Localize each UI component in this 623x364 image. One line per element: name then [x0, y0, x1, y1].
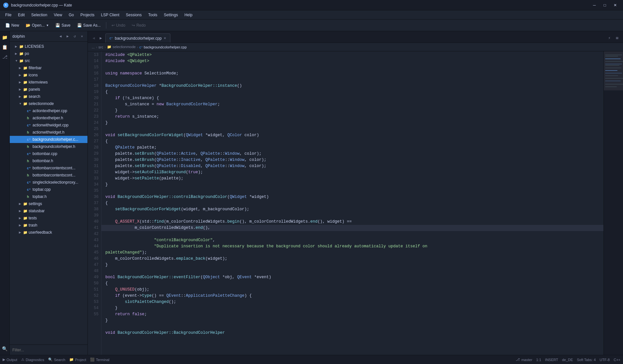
- minimap: [603, 51, 623, 355]
- tab-lightning-icon[interactable]: ⚡: [606, 35, 613, 41]
- tabs-label: Soft Tabs: 4: [577, 358, 596, 362]
- status-mode[interactable]: INSERT: [545, 358, 558, 362]
- tree-item-topbar-cpp[interactable]: c⁺ topbar.cpp: [10, 186, 87, 193]
- sidebar-icon-filetree[interactable]: 📁: [1, 34, 8, 41]
- open-label: Open...: [32, 23, 45, 28]
- filetree-refresh[interactable]: ↺: [72, 33, 78, 39]
- tree-item-tests[interactable]: ▶ 📁 tests: [10, 214, 87, 222]
- filetree-filter: [10, 344, 87, 355]
- open-button[interactable]: 📂 Open... ▼: [23, 22, 51, 29]
- arrow-icon: ▶: [19, 216, 22, 220]
- statusbar: ▶ Output ⚠ Diagnostics 🔍 Search 📁 Projec…: [0, 355, 623, 364]
- tab-backgroundcolorhelper[interactable]: c⁺ backgroundcolorhelper.cpp ✕: [105, 33, 170, 43]
- status-locale[interactable]: de_DE: [562, 358, 573, 362]
- tree-item-actionwithwidget-cpp[interactable]: c⁺ actionwithwidget.cpp: [10, 122, 87, 129]
- save-as-button[interactable]: 💾 Save As...: [74, 22, 103, 29]
- filetree-nav-next[interactable]: ▶: [65, 33, 71, 39]
- filetree-nav-prev[interactable]: ◀: [58, 33, 63, 39]
- output-icon: ▶: [3, 358, 5, 362]
- menu-sessions[interactable]: Sessions: [123, 12, 144, 18]
- tree-item-search[interactable]: ▶ 📁 search: [10, 93, 87, 100]
- sidebar-icon-search[interactable]: 🔍: [1, 345, 8, 352]
- tree-item-src[interactable]: ▼ 📁 src: [10, 57, 87, 64]
- tree-item-filterbar[interactable]: ▶ 📁 filterbar: [10, 64, 87, 72]
- status-encoding[interactable]: UTF-8: [600, 358, 610, 362]
- filter-input[interactable]: [12, 348, 85, 352]
- menu-lsp[interactable]: LSP Client: [99, 12, 122, 18]
- undo-button[interactable]: ↩ Undo: [109, 22, 128, 29]
- nav-prev[interactable]: ◀: [90, 35, 97, 41]
- menu-tools[interactable]: Tools: [146, 12, 160, 18]
- tree-item-bottombarcontents-cpp[interactable]: c⁺ bottombarcontentscont...: [10, 164, 87, 172]
- status-branch[interactable]: ⎇ master: [516, 358, 532, 362]
- menu-projects[interactable]: Projects: [78, 12, 97, 18]
- tree-item-label: backgroundcolorhelper.h: [33, 144, 75, 149]
- tree-item-statusbar[interactable]: ▶ 📁 statusbar: [10, 207, 87, 214]
- tree-item-trash[interactable]: ▶ 📁 trash: [10, 222, 87, 229]
- tree-item-icons[interactable]: ▶ 📁 icons: [10, 72, 87, 79]
- tree-item-bottombarcontents-h[interactable]: h bottombarcontentscont...: [10, 172, 87, 179]
- status-terminal[interactable]: ⬛ Terminal: [90, 358, 110, 362]
- tree-item-bottombar-cpp[interactable]: c⁺ bottombar.cpp: [10, 150, 87, 157]
- tree-item-topbar-h[interactable]: h topbar.h: [10, 193, 87, 200]
- redo-icon: ↪: [132, 23, 135, 28]
- tree-item-po[interactable]: ▶ 📁 po: [10, 50, 87, 57]
- status-tabs[interactable]: Soft Tabs: 4: [577, 358, 596, 362]
- menu-help[interactable]: Help: [182, 12, 195, 18]
- tree-item-actiontexthelper-cpp[interactable]: c⁺ actiontexthelper.cpp: [10, 107, 87, 114]
- nav-next[interactable]: ▶: [98, 35, 104, 41]
- undo-icon: ↩: [112, 23, 115, 28]
- redo-button[interactable]: ↪ Redo: [129, 22, 148, 29]
- breadcrumb-ellipsis[interactable]: ...: [92, 45, 95, 49]
- maximize-button[interactable]: □: [600, 2, 609, 8]
- code-content[interactable]: #include <QPalette> #include <QWidget> u…: [101, 51, 603, 355]
- minimize-button[interactable]: ─: [590, 2, 599, 8]
- status-search[interactable]: 🔍 Search: [48, 358, 65, 362]
- tree-item-selectionmode[interactable]: ▼ 📁 selectionmode: [10, 100, 87, 107]
- tab-layout-icon[interactable]: ⊞: [614, 35, 620, 41]
- titlebar-controls: ─ □ ✕: [590, 2, 620, 8]
- breadcrumb-selectionmode[interactable]: 📁 selectionmode: [107, 45, 136, 49]
- breadcrumb-filename[interactable]: c⁺ backgroundcolorhelper.cpp: [139, 45, 187, 49]
- sidebar-icon-git[interactable]: ⎇: [1, 53, 8, 60]
- breadcrumb-sep2: ›: [105, 45, 106, 49]
- menu-view[interactable]: View: [51, 12, 65, 18]
- tab-close-button[interactable]: ✕: [164, 36, 166, 40]
- tree-item-singleclick-cpp[interactable]: c⁺ singleclickselectionproxy...: [10, 179, 87, 186]
- line-numbers: 1314151617181920212223242526272829303132…: [88, 51, 101, 355]
- status-position[interactable]: 1:1: [536, 358, 541, 362]
- tree-item-settings[interactable]: ▶ 📁 settings: [10, 200, 87, 207]
- arrow-icon: ▶: [15, 52, 18, 55]
- menu-selection[interactable]: Selection: [29, 12, 50, 18]
- folder-icon: 📁: [23, 209, 28, 213]
- status-diagnostics[interactable]: ⚠ Diagnostics: [21, 358, 44, 362]
- code-container: 1314151617181920212223242526272829303132…: [88, 51, 623, 355]
- tree-item-label: panels: [29, 87, 40, 92]
- status-project[interactable]: 📁 Project: [69, 358, 86, 362]
- tree-item-actionwithwidget-h[interactable]: h actionwithwidget.h: [10, 129, 87, 136]
- new-button[interactable]: 📄 New: [3, 22, 22, 29]
- tree-item-bottombar-h[interactable]: h bottombar.h: [10, 157, 87, 164]
- save-button[interactable]: 💾 Save: [53, 22, 73, 29]
- sidebar-icon-document[interactable]: 📋: [1, 44, 8, 51]
- tree-item-panels[interactable]: ▶ 📁 panels: [10, 86, 87, 93]
- breadcrumb-src[interactable]: src: [99, 45, 103, 49]
- menu-edit[interactable]: Edit: [15, 12, 27, 18]
- tree-item-backgroundcolorhelper-h[interactable]: h backgroundcolorhelper.h: [10, 143, 87, 150]
- tree-item-LICENSES[interactable]: ▶ 📁 LICENSES: [10, 43, 87, 50]
- tree-item-kitemviews[interactable]: ▶ 📁 kitemviews: [10, 79, 87, 86]
- encoding-label: UTF-8: [600, 358, 610, 362]
- menu-settings[interactable]: Settings: [161, 12, 180, 18]
- tree-item-label: search: [29, 94, 40, 99]
- tree-item-actiontexthelper-h[interactable]: h actiontexthelper.h: [10, 114, 87, 122]
- tree-item-label: po: [25, 51, 29, 56]
- status-output[interactable]: ▶ Output: [3, 358, 17, 362]
- close-button[interactable]: ✕: [611, 2, 620, 8]
- menu-file[interactable]: File: [3, 12, 14, 18]
- breadcrumb: ... › src › 📁 selectionmode › c⁺ backgro…: [88, 43, 623, 51]
- tree-item-backgroundcolorhelper-cpp[interactable]: c⁺ backgroundcolorhelper.c...: [10, 136, 87, 143]
- status-language[interactable]: C++: [614, 358, 620, 362]
- tree-item-userfeedback[interactable]: ▶ 📁 userfeedback: [10, 229, 87, 236]
- filetree-close[interactable]: ✕: [79, 33, 85, 39]
- menu-go[interactable]: Go: [66, 12, 76, 18]
